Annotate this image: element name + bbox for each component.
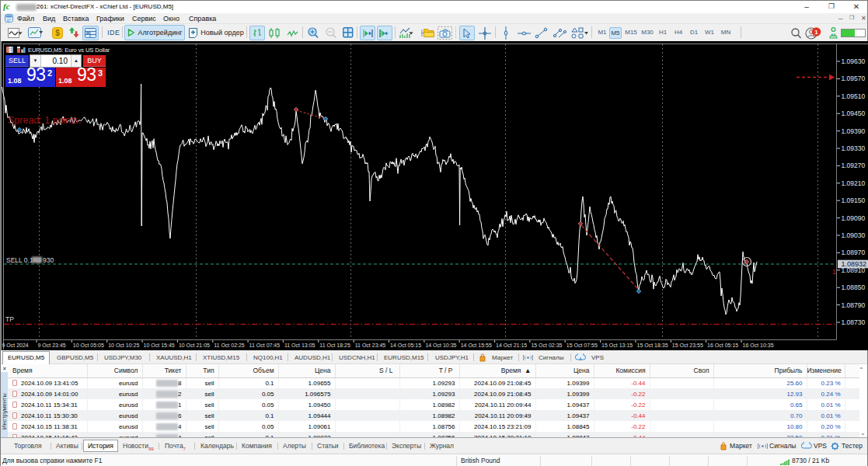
svg-text:15 Oct 18:35: 15 Oct 18:35 bbox=[637, 343, 668, 348]
svg-text:10 Oct 05:05: 10 Oct 05:05 bbox=[73, 343, 104, 348]
svg-text:$: $ bbox=[55, 29, 60, 37]
svg-text:TP: TP bbox=[5, 315, 14, 323]
svg-text:1: 1 bbox=[814, 29, 818, 36]
svg-text:10 Oct 15:45: 10 Oct 15:45 bbox=[144, 343, 175, 348]
svg-text:15 Oct 02:35: 15 Oct 02:35 bbox=[531, 343, 562, 348]
svg-text:1.09510: 1.09510 bbox=[842, 92, 866, 100]
svg-text:10 Oct 21:05: 10 Oct 21:05 bbox=[179, 343, 210, 348]
svg-text:1.09090: 1.09090 bbox=[842, 214, 866, 222]
svg-text:Spread: 1 points.: Spread: 1 points. bbox=[8, 115, 82, 126]
svg-text:1.08932: 1.08932 bbox=[842, 260, 867, 268]
svg-text:1.08730: 1.08730 bbox=[842, 318, 866, 326]
svg-text:11 Oct 13:05: 11 Oct 13:05 bbox=[284, 343, 315, 348]
svg-text:1.09330: 1.09330 bbox=[842, 144, 866, 152]
svg-text:1: 1 bbox=[832, 268, 836, 276]
svg-text:9 Oct 2024: 9 Oct 2024 bbox=[2, 343, 29, 348]
svg-text:930: 930 bbox=[43, 256, 54, 264]
svg-text:14 Oct 21:15: 14 Oct 21:15 bbox=[496, 343, 527, 348]
svg-text:EURUSD,M5: Euro vs US Dollar: EURUSD,M5: Euro vs US Dollar bbox=[28, 47, 110, 54]
svg-text:1.09210: 1.09210 bbox=[842, 179, 866, 187]
svg-text:11 Oct 02:25: 11 Oct 02:25 bbox=[214, 343, 245, 348]
svg-text:1.09450: 1.09450 bbox=[842, 110, 866, 117]
svg-text:1.09630: 1.09630 bbox=[842, 57, 866, 65]
svg-text:1.09390: 1.09390 bbox=[842, 127, 866, 135]
svg-text:1.09570: 1.09570 bbox=[842, 75, 866, 82]
svg-text:1.09270: 1.09270 bbox=[842, 162, 866, 169]
svg-text:16 Oct 10:35: 16 Oct 10:35 bbox=[743, 343, 774, 348]
svg-text:9 Oct 23:45: 9 Oct 23:45 bbox=[38, 343, 66, 348]
svg-text:M: M bbox=[831, 33, 836, 38]
svg-text:11 Oct 23:45: 11 Oct 23:45 bbox=[355, 343, 386, 348]
svg-text:10 Oct 10:25: 10 Oct 10:25 bbox=[108, 343, 139, 348]
svg-text:14 Oct 15:55: 14 Oct 15:55 bbox=[461, 343, 492, 348]
svg-text:1.09030: 1.09030 bbox=[842, 231, 866, 239]
svg-text:15 Oct 23:55: 15 Oct 23:55 bbox=[672, 343, 703, 348]
svg-text:1.08970: 1.08970 bbox=[842, 249, 866, 256]
svg-text:1.08790: 1.08790 bbox=[842, 301, 866, 309]
svg-text:14 Oct 10:35: 14 Oct 10:35 bbox=[425, 343, 456, 348]
svg-text:11 Oct 07:45: 11 Oct 07:45 bbox=[249, 343, 281, 348]
svg-text:16 Oct 05:15: 16 Oct 05:15 bbox=[707, 343, 738, 348]
svg-text:15 Oct 07:55: 15 Oct 07:55 bbox=[566, 343, 598, 348]
svg-text:1.09150: 1.09150 bbox=[842, 196, 866, 204]
svg-text:1.08850: 1.08850 bbox=[842, 283, 866, 291]
svg-text:15 Oct 13:15: 15 Oct 13:15 bbox=[601, 343, 633, 348]
svg-text:11 Oct 18:25: 11 Oct 18:25 bbox=[319, 343, 350, 348]
svg-text:14 Oct 05:15: 14 Oct 05:15 bbox=[390, 343, 421, 348]
